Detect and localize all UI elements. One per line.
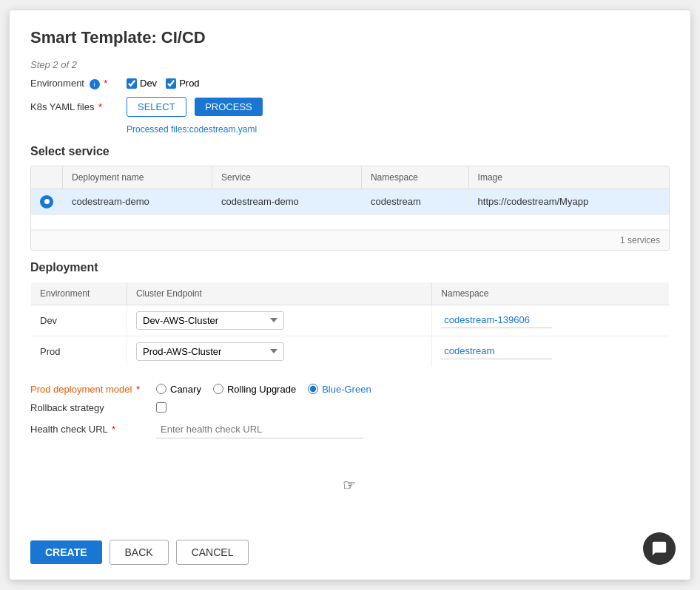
prod-deployment-label: Prod deployment model * <box>30 384 156 395</box>
env-prod-checkbox[interactable] <box>166 78 176 89</box>
col-image: Image <box>468 166 669 189</box>
col-radio <box>31 166 63 189</box>
col-deployment-name: Deployment name <box>63 166 212 189</box>
health-check-label: Health check URL * <box>30 424 156 435</box>
process-button[interactable]: PROCESS <box>195 98 263 116</box>
deploy-env-prod: Prod <box>31 336 127 367</box>
deploy-row-dev: Dev Dev-AWS-Cluster <box>31 305 670 336</box>
deploy-row-prod: Prod Prod-AWS-Cluster <box>31 336 670 367</box>
radio-rolling: Rolling Upgrade <box>213 384 296 395</box>
deployment-model-radios: Canary Rolling Upgrade Blue-Green <box>156 384 371 395</box>
prod-cluster-select[interactable]: Prod-AWS-Cluster <box>136 342 284 361</box>
canary-label: Canary <box>170 384 201 395</box>
deploy-ns-dev <box>432 305 670 336</box>
chat-icon <box>651 540 667 557</box>
deploy-col-namespace: Namespace <box>432 282 670 305</box>
service-table-header: Deployment name Service Namespace Image <box>31 166 669 189</box>
radio-bluegreen: Blue-Green <box>308 384 371 395</box>
environment-checkboxes: Dev Prod <box>127 78 200 89</box>
k8s-buttons: SELECT PROCESS <box>127 97 263 117</box>
env-prod-label: Prod <box>179 78 199 89</box>
deployment-section: Deployment Environment Cluster Endpoint … <box>30 261 670 367</box>
bluegreen-label: Blue-Green <box>322 384 371 395</box>
environment-label: Environment i * <box>30 78 127 89</box>
deployment-table: Environment Cluster Endpoint Namespace D… <box>30 282 670 367</box>
page-title: Smart Template: CI/CD <box>30 28 670 47</box>
image-cell: https://codestream/Myapp <box>468 189 669 214</box>
health-check-row: Health check URL * <box>30 421 670 438</box>
create-button[interactable]: CREATE <box>30 540 102 564</box>
row-radio-icon <box>40 195 53 208</box>
service-cell: codestream-demo <box>212 189 361 214</box>
col-namespace: Namespace <box>361 166 468 189</box>
select-service-title: Select service <box>30 145 670 158</box>
deploy-cluster-prod: Prod-AWS-Cluster <box>127 336 432 367</box>
cursor-indicator: ☞ <box>343 476 356 494</box>
radio-canary: Canary <box>156 384 201 395</box>
table-row-empty <box>31 214 669 229</box>
rollback-checkbox[interactable] <box>156 402 166 413</box>
rollback-row: Rollback strategy <box>30 402 670 413</box>
select-button[interactable]: SELECT <box>127 97 186 117</box>
deploy-ns-prod <box>432 336 670 367</box>
deploy-env-dev: Dev <box>31 305 127 336</box>
deployment-name-cell: codestream-demo <box>63 189 212 214</box>
bottom-section: Prod deployment model * Canary Rolling U… <box>30 384 670 446</box>
deployment-title: Deployment <box>30 261 670 274</box>
prod-deployment-model-row: Prod deployment model * Canary Rolling U… <box>30 384 670 395</box>
bluegreen-radio[interactable] <box>308 384 318 394</box>
dev-namespace-input[interactable] <box>441 312 552 328</box>
table-footer: 1 services <box>31 230 669 250</box>
env-prod-item: Prod <box>166 78 199 89</box>
deploy-col-cluster: Cluster Endpoint <box>127 282 432 305</box>
deploy-cluster-dev: Dev-AWS-Cluster <box>127 305 432 336</box>
env-dev-item: Dev <box>127 78 157 89</box>
k8s-row: K8s YAML files * SELECT PROCESS <box>30 97 670 117</box>
k8s-label: K8s YAML files * <box>30 101 127 112</box>
col-service: Service <box>212 166 361 189</box>
row-radio-cell <box>31 189 63 214</box>
service-table: Deployment name Service Namespace Image … <box>31 166 669 230</box>
deploy-table-header: Environment Cluster Endpoint Namespace <box>31 282 670 305</box>
chat-fab-button[interactable] <box>643 532 676 565</box>
rolling-radio[interactable] <box>213 384 223 394</box>
step-label: Step 2 of 2 <box>30 59 670 70</box>
info-icon[interactable]: i <box>90 79 100 89</box>
env-dev-checkbox[interactable] <box>127 78 137 89</box>
prod-namespace-input[interactable] <box>441 343 552 359</box>
canary-radio[interactable] <box>156 384 166 394</box>
deploy-col-env: Environment <box>31 282 127 305</box>
environment-row: Environment i * Dev Prod <box>30 78 670 89</box>
cancel-button[interactable]: CANCEL <box>176 540 249 565</box>
env-dev-label: Dev <box>140 78 157 89</box>
dev-cluster-select[interactable]: Dev-AWS-Cluster <box>136 311 284 330</box>
processed-files-text: Processed files:codestream.yaml <box>127 124 670 135</box>
table-row[interactable]: codestream-demo codestream-demo codestre… <box>31 189 669 214</box>
namespace-cell: codestream <box>361 189 468 214</box>
rollback-label: Rollback strategy <box>30 402 156 413</box>
rolling-label: Rolling Upgrade <box>227 384 296 395</box>
footer-buttons: CREATE BACK CANCEL <box>30 528 670 565</box>
back-button[interactable]: BACK <box>110 540 169 565</box>
health-check-input[interactable] <box>156 421 363 438</box>
service-table-container: Deployment name Service Namespace Image … <box>30 166 670 251</box>
modal-container: Smart Template: CI/CD Step 2 of 2 Enviro… <box>10 10 690 580</box>
